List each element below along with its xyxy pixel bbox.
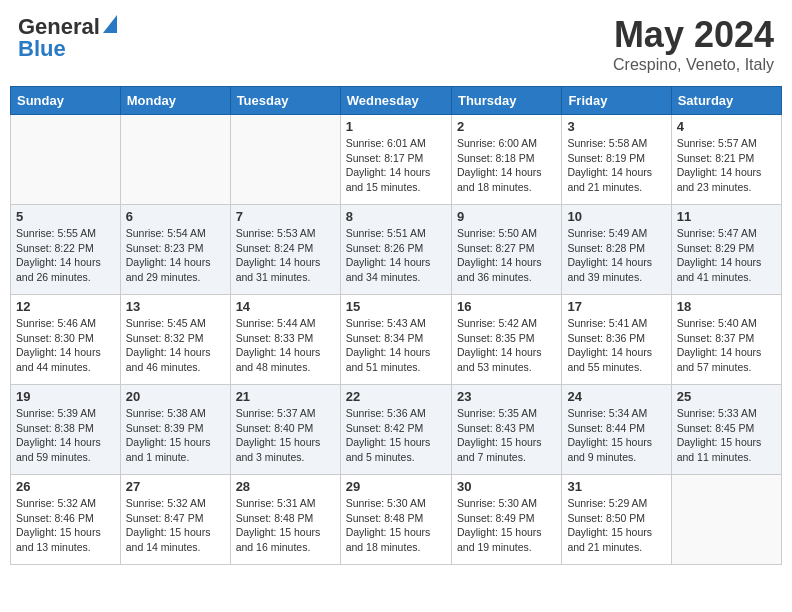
calendar-day-cell <box>11 115 121 205</box>
logo-triangle-icon <box>103 15 117 37</box>
day-info: Sunrise: 5:32 AMSunset: 8:47 PMDaylight:… <box>126 496 225 555</box>
calendar-day-cell: 18Sunrise: 5:40 AMSunset: 8:37 PMDayligh… <box>671 295 781 385</box>
day-number: 27 <box>126 479 225 494</box>
month-title: May 2024 <box>613 14 774 56</box>
day-number: 4 <box>677 119 776 134</box>
calendar-header-thursday: Thursday <box>451 87 561 115</box>
day-number: 3 <box>567 119 665 134</box>
day-info: Sunrise: 5:46 AMSunset: 8:30 PMDaylight:… <box>16 316 115 375</box>
calendar-day-cell: 8Sunrise: 5:51 AMSunset: 8:26 PMDaylight… <box>340 205 451 295</box>
calendar-day-cell: 23Sunrise: 5:35 AMSunset: 8:43 PMDayligh… <box>451 385 561 475</box>
calendar-day-cell: 3Sunrise: 5:58 AMSunset: 8:19 PMDaylight… <box>562 115 671 205</box>
calendar-day-cell: 26Sunrise: 5:32 AMSunset: 8:46 PMDayligh… <box>11 475 121 565</box>
calendar-day-cell: 13Sunrise: 5:45 AMSunset: 8:32 PMDayligh… <box>120 295 230 385</box>
calendar-day-cell: 22Sunrise: 5:36 AMSunset: 8:42 PMDayligh… <box>340 385 451 475</box>
day-number: 7 <box>236 209 335 224</box>
day-number: 24 <box>567 389 665 404</box>
calendar-day-cell: 5Sunrise: 5:55 AMSunset: 8:22 PMDaylight… <box>11 205 121 295</box>
calendar-day-cell: 6Sunrise: 5:54 AMSunset: 8:23 PMDaylight… <box>120 205 230 295</box>
day-info: Sunrise: 5:43 AMSunset: 8:34 PMDaylight:… <box>346 316 446 375</box>
calendar-day-cell: 20Sunrise: 5:38 AMSunset: 8:39 PMDayligh… <box>120 385 230 475</box>
day-number: 9 <box>457 209 556 224</box>
day-info: Sunrise: 6:01 AMSunset: 8:17 PMDaylight:… <box>346 136 446 195</box>
calendar-day-cell: 25Sunrise: 5:33 AMSunset: 8:45 PMDayligh… <box>671 385 781 475</box>
calendar-header-wednesday: Wednesday <box>340 87 451 115</box>
day-info: Sunrise: 5:36 AMSunset: 8:42 PMDaylight:… <box>346 406 446 465</box>
day-number: 31 <box>567 479 665 494</box>
calendar-day-cell <box>671 475 781 565</box>
calendar-day-cell: 12Sunrise: 5:46 AMSunset: 8:30 PMDayligh… <box>11 295 121 385</box>
day-number: 19 <box>16 389 115 404</box>
calendar-header-sunday: Sunday <box>11 87 121 115</box>
calendar-day-cell <box>120 115 230 205</box>
day-number: 23 <box>457 389 556 404</box>
calendar-week-row: 12Sunrise: 5:46 AMSunset: 8:30 PMDayligh… <box>11 295 782 385</box>
calendar-day-cell: 28Sunrise: 5:31 AMSunset: 8:48 PMDayligh… <box>230 475 340 565</box>
calendar-day-cell: 9Sunrise: 5:50 AMSunset: 8:27 PMDaylight… <box>451 205 561 295</box>
calendar-header-row: SundayMondayTuesdayWednesdayThursdayFrid… <box>11 87 782 115</box>
day-number: 1 <box>346 119 446 134</box>
logo-blue-text: Blue <box>18 36 66 62</box>
day-number: 30 <box>457 479 556 494</box>
calendar-header-monday: Monday <box>120 87 230 115</box>
day-number: 10 <box>567 209 665 224</box>
day-info: Sunrise: 5:50 AMSunset: 8:27 PMDaylight:… <box>457 226 556 285</box>
calendar-day-cell: 16Sunrise: 5:42 AMSunset: 8:35 PMDayligh… <box>451 295 561 385</box>
day-number: 26 <box>16 479 115 494</box>
calendar-header-friday: Friday <box>562 87 671 115</box>
title-block: May 2024 Crespino, Veneto, Italy <box>613 14 774 74</box>
day-info: Sunrise: 5:41 AMSunset: 8:36 PMDaylight:… <box>567 316 665 375</box>
calendar-day-cell: 7Sunrise: 5:53 AMSunset: 8:24 PMDaylight… <box>230 205 340 295</box>
day-number: 29 <box>346 479 446 494</box>
day-info: Sunrise: 5:42 AMSunset: 8:35 PMDaylight:… <box>457 316 556 375</box>
calendar-week-row: 1Sunrise: 6:01 AMSunset: 8:17 PMDaylight… <box>11 115 782 205</box>
calendar-day-cell: 14Sunrise: 5:44 AMSunset: 8:33 PMDayligh… <box>230 295 340 385</box>
day-info: Sunrise: 5:49 AMSunset: 8:28 PMDaylight:… <box>567 226 665 285</box>
day-number: 8 <box>346 209 446 224</box>
day-info: Sunrise: 6:00 AMSunset: 8:18 PMDaylight:… <box>457 136 556 195</box>
calendar-day-cell: 27Sunrise: 5:32 AMSunset: 8:47 PMDayligh… <box>120 475 230 565</box>
day-number: 5 <box>16 209 115 224</box>
day-info: Sunrise: 5:37 AMSunset: 8:40 PMDaylight:… <box>236 406 335 465</box>
day-number: 12 <box>16 299 115 314</box>
day-number: 2 <box>457 119 556 134</box>
page-header: General Blue May 2024 Crespino, Veneto, … <box>10 10 782 78</box>
day-info: Sunrise: 5:44 AMSunset: 8:33 PMDaylight:… <box>236 316 335 375</box>
calendar-week-row: 26Sunrise: 5:32 AMSunset: 8:46 PMDayligh… <box>11 475 782 565</box>
day-info: Sunrise: 5:39 AMSunset: 8:38 PMDaylight:… <box>16 406 115 465</box>
calendar-day-cell: 29Sunrise: 5:30 AMSunset: 8:48 PMDayligh… <box>340 475 451 565</box>
day-info: Sunrise: 5:29 AMSunset: 8:50 PMDaylight:… <box>567 496 665 555</box>
day-info: Sunrise: 5:31 AMSunset: 8:48 PMDaylight:… <box>236 496 335 555</box>
calendar-week-row: 5Sunrise: 5:55 AMSunset: 8:22 PMDaylight… <box>11 205 782 295</box>
calendar-header-saturday: Saturday <box>671 87 781 115</box>
calendar-day-cell <box>230 115 340 205</box>
day-number: 22 <box>346 389 446 404</box>
calendar-day-cell: 21Sunrise: 5:37 AMSunset: 8:40 PMDayligh… <box>230 385 340 475</box>
day-number: 25 <box>677 389 776 404</box>
svg-marker-0 <box>103 15 117 33</box>
day-info: Sunrise: 5:40 AMSunset: 8:37 PMDaylight:… <box>677 316 776 375</box>
day-info: Sunrise: 5:54 AMSunset: 8:23 PMDaylight:… <box>126 226 225 285</box>
day-info: Sunrise: 5:51 AMSunset: 8:26 PMDaylight:… <box>346 226 446 285</box>
day-info: Sunrise: 5:58 AMSunset: 8:19 PMDaylight:… <box>567 136 665 195</box>
day-number: 21 <box>236 389 335 404</box>
day-info: Sunrise: 5:35 AMSunset: 8:43 PMDaylight:… <box>457 406 556 465</box>
day-info: Sunrise: 5:45 AMSunset: 8:32 PMDaylight:… <box>126 316 225 375</box>
calendar-day-cell: 2Sunrise: 6:00 AMSunset: 8:18 PMDaylight… <box>451 115 561 205</box>
day-number: 13 <box>126 299 225 314</box>
day-number: 17 <box>567 299 665 314</box>
day-number: 28 <box>236 479 335 494</box>
day-info: Sunrise: 5:33 AMSunset: 8:45 PMDaylight:… <box>677 406 776 465</box>
calendar-day-cell: 10Sunrise: 5:49 AMSunset: 8:28 PMDayligh… <box>562 205 671 295</box>
day-number: 18 <box>677 299 776 314</box>
day-number: 20 <box>126 389 225 404</box>
day-number: 16 <box>457 299 556 314</box>
calendar-day-cell: 11Sunrise: 5:47 AMSunset: 8:29 PMDayligh… <box>671 205 781 295</box>
location: Crespino, Veneto, Italy <box>613 56 774 74</box>
logo: General Blue <box>18 14 117 62</box>
calendar-day-cell: 31Sunrise: 5:29 AMSunset: 8:50 PMDayligh… <box>562 475 671 565</box>
calendar-day-cell: 30Sunrise: 5:30 AMSunset: 8:49 PMDayligh… <box>451 475 561 565</box>
calendar-day-cell: 19Sunrise: 5:39 AMSunset: 8:38 PMDayligh… <box>11 385 121 475</box>
day-info: Sunrise: 5:53 AMSunset: 8:24 PMDaylight:… <box>236 226 335 285</box>
day-info: Sunrise: 5:38 AMSunset: 8:39 PMDaylight:… <box>126 406 225 465</box>
